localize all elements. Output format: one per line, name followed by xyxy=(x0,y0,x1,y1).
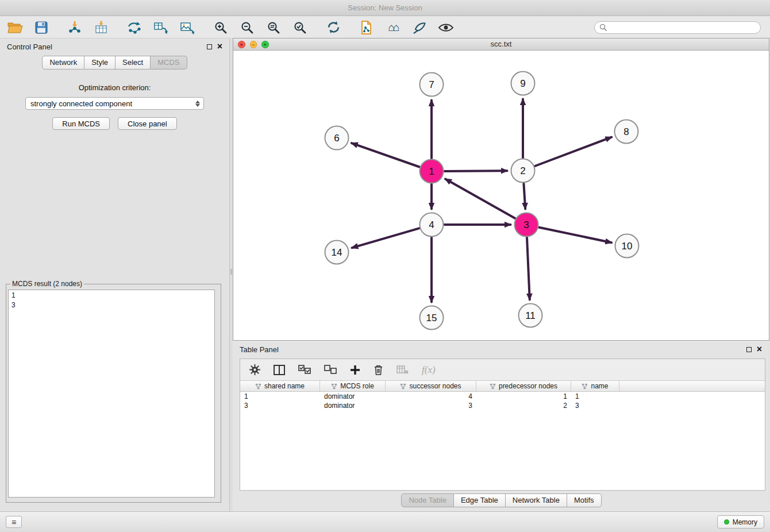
graph-edge-4-14[interactable] xyxy=(352,228,419,248)
graph-node-11[interactable]: 11 xyxy=(519,304,542,327)
network-from-table-icon[interactable] xyxy=(152,18,170,37)
table-cell[interactable]: 3 xyxy=(386,401,476,410)
save-session-icon[interactable] xyxy=(32,18,51,37)
add-column-icon[interactable] xyxy=(350,365,360,375)
close-panel-icon[interactable]: × xyxy=(217,44,222,49)
refresh-icon[interactable] xyxy=(324,18,342,37)
table-row[interactable]: 1dominator411 xyxy=(240,392,765,401)
table-settings-gear-icon[interactable] xyxy=(249,364,260,375)
mcds-result-group: MCDS result (2 nodes) 13 xyxy=(6,280,221,503)
table-tab-node-table[interactable]: Node Table xyxy=(401,494,454,507)
window-zoom-icon[interactable]: + xyxy=(261,41,269,48)
show-columns-icon[interactable] xyxy=(274,365,285,375)
window-minimize-icon[interactable]: − xyxy=(250,41,257,48)
network-window-titlebar[interactable]: × − + scc.txt xyxy=(233,38,769,51)
task-history-button[interactable]: ≡ xyxy=(6,516,22,528)
mcds-result-box[interactable]: 13 xyxy=(8,290,215,498)
style-paint-icon[interactable] xyxy=(410,18,429,37)
network-canvas[interactable]: 7968124314101511 xyxy=(233,51,769,340)
deselect-all-rows-icon[interactable] xyxy=(324,365,337,375)
graph-node-1[interactable]: 1 xyxy=(420,160,444,183)
float-panel-icon[interactable] xyxy=(207,44,212,49)
run-mcds-button[interactable]: Run MCDS xyxy=(52,117,110,130)
zoom-selected-icon[interactable] xyxy=(291,18,309,37)
show-hide-eye-icon[interactable] xyxy=(437,18,455,37)
search-icon xyxy=(599,24,607,31)
first-neighbors-icon[interactable]: ⌂⌂ xyxy=(384,18,402,37)
zoom-fit-icon[interactable] xyxy=(264,18,283,37)
search-box[interactable] xyxy=(594,21,761,34)
table-cell[interactable]: 1 xyxy=(571,392,619,401)
open-in-panel-icon[interactable] xyxy=(357,18,376,37)
graph-node-8[interactable]: 8 xyxy=(615,120,638,144)
import-network-icon[interactable] xyxy=(66,18,84,37)
table-tab-network-table[interactable]: Network Table xyxy=(506,494,567,507)
new-network-icon[interactable] xyxy=(125,18,144,37)
column-header-mcds-role[interactable]: MCDS role xyxy=(320,381,386,391)
column-attr-icon xyxy=(490,383,496,390)
graph-edge-1-2[interactable] xyxy=(445,171,507,171)
table-tab-edge-table[interactable]: Edge Table xyxy=(454,494,506,507)
column-header-shared-name[interactable]: shared name xyxy=(240,381,320,391)
mcds-result-line: 1 xyxy=(11,291,211,300)
graph-edge-1-6[interactable] xyxy=(352,143,419,167)
select-all-rows-icon[interactable] xyxy=(298,365,311,375)
tab-style[interactable]: Style xyxy=(84,56,116,70)
svg-text:15: 15 xyxy=(426,313,437,323)
graph-node-7[interactable]: 7 xyxy=(420,73,444,97)
column-attr-icon xyxy=(331,383,337,390)
graph-node-15[interactable]: 15 xyxy=(420,306,444,330)
graph-node-2[interactable]: 2 xyxy=(511,159,535,183)
table-cell[interactable]: dominator xyxy=(320,401,386,410)
table-cell[interactable]: 2 xyxy=(476,401,571,410)
close-table-panel-icon[interactable]: × xyxy=(757,346,762,352)
column-header-predecessor-nodes[interactable]: predecessor nodes xyxy=(476,381,571,391)
table-cell[interactable]: dominator xyxy=(320,392,386,401)
table-toolbar: f(x) xyxy=(240,359,765,381)
app-titlebar: Session: New Session xyxy=(0,0,770,16)
zoom-in-icon[interactable] xyxy=(211,18,230,37)
import-table-icon[interactable] xyxy=(92,18,110,37)
tab-select[interactable]: Select xyxy=(116,56,151,70)
tab-mcds[interactable]: MCDS xyxy=(151,56,187,70)
column-attr-icon xyxy=(255,383,261,390)
graph-node-4[interactable]: 4 xyxy=(420,213,444,237)
criterion-dropdown[interactable]: strongly connected component xyxy=(25,97,204,110)
graph-edge-3-10[interactable] xyxy=(539,228,611,243)
table-row[interactable]: 3dominator323 xyxy=(240,401,765,410)
close-panel-button[interactable]: Close panel xyxy=(118,117,177,130)
graph-edge-2-3[interactable] xyxy=(523,184,525,209)
column-header-successor-nodes[interactable]: successor nodes xyxy=(386,381,476,391)
splitter-handle[interactable] xyxy=(230,269,232,275)
window-close-icon[interactable]: × xyxy=(238,41,245,48)
table-cell[interactable]: 1 xyxy=(476,392,571,401)
graph-edge-3-1[interactable] xyxy=(445,179,515,219)
memory-button[interactable]: Memory xyxy=(717,515,764,529)
table-cell[interactable]: 3 xyxy=(571,401,619,410)
graph-node-14[interactable]: 14 xyxy=(325,241,349,264)
table-cell[interactable]: 3 xyxy=(240,401,320,410)
graph-node-10[interactable]: 10 xyxy=(615,234,639,258)
table-cell[interactable]: 4 xyxy=(386,392,476,401)
column-header-name[interactable]: name xyxy=(571,381,619,391)
delete-table-icon xyxy=(396,365,409,375)
graph-edge-3-11[interactable] xyxy=(527,238,530,300)
delete-column-trash-icon[interactable] xyxy=(374,364,383,375)
search-input[interactable] xyxy=(610,24,756,32)
zoom-out-icon[interactable] xyxy=(238,18,256,37)
tab-network[interactable]: Network xyxy=(42,56,84,70)
table-cell[interactable]: 1 xyxy=(240,392,320,401)
network-window-title: scc.txt xyxy=(491,40,512,48)
graph-node-3[interactable]: 3 xyxy=(515,213,538,237)
graph-edge-2-8[interactable] xyxy=(535,137,611,166)
table-rows: 1dominator4113dominator323 xyxy=(240,392,765,490)
graph-node-9[interactable]: 9 xyxy=(511,72,535,95)
table-tab-motifs[interactable]: Motifs xyxy=(567,494,602,507)
open-session-icon[interactable] xyxy=(6,18,24,37)
network-graph[interactable]: 7968124314101511 xyxy=(233,51,769,340)
table-tabs: Node TableEdge TableNetwork TableMotifs xyxy=(233,494,770,507)
graph-node-6[interactable]: 6 xyxy=(325,126,349,150)
float-table-panel-icon[interactable] xyxy=(746,347,752,352)
table-panel: Table Panel × xyxy=(233,341,770,511)
export-image-icon[interactable] xyxy=(178,18,197,37)
